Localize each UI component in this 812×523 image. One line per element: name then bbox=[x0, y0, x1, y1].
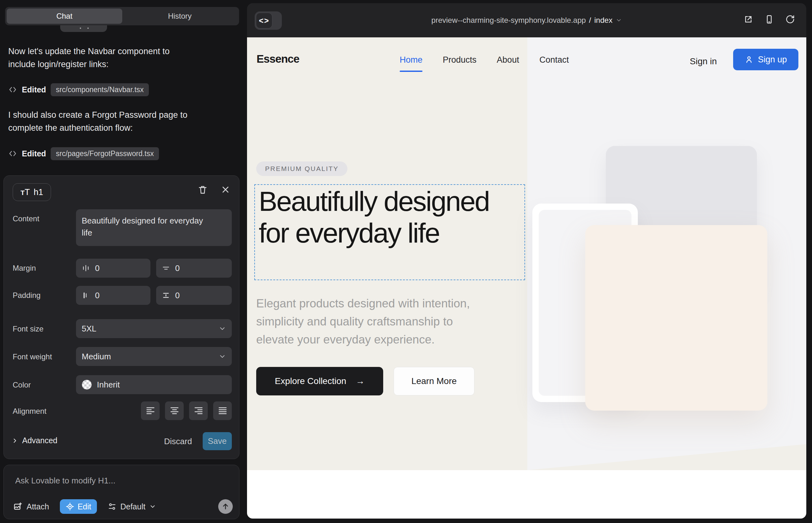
content-input[interactable]: Beautifully designed for everyday life bbox=[76, 209, 232, 246]
color-swatch-transparent bbox=[82, 380, 92, 390]
url-path: index bbox=[595, 16, 613, 25]
chevron-down-icon bbox=[149, 503, 156, 510]
padding-x-field[interactable] bbox=[76, 286, 151, 305]
margin-x-field[interactable] bbox=[76, 259, 151, 278]
close-editor-button[interactable] bbox=[220, 184, 231, 195]
align-center-button[interactable] bbox=[165, 401, 184, 420]
attach-image-icon bbox=[13, 502, 23, 511]
font-weight-select[interactable]: Medium bbox=[76, 347, 232, 366]
nav-link-home[interactable]: Home bbox=[400, 55, 422, 65]
chevron-right-icon bbox=[12, 437, 18, 444]
margin-horizontal-icon bbox=[82, 264, 90, 272]
arrow-right-icon: → bbox=[356, 376, 365, 386]
url-domain: preview--charming-site-symphony.lovable.… bbox=[431, 16, 586, 25]
premium-quality-badge: PREMIUM QUALITY bbox=[256, 161, 348, 176]
preview-browser-frame: <> preview--charming-site-symphony.lovab… bbox=[247, 3, 806, 519]
chevron-down-icon bbox=[218, 353, 226, 360]
tab-history[interactable]: History bbox=[122, 8, 238, 24]
padding-x-input[interactable] bbox=[95, 291, 145, 301]
padding-y-input[interactable] bbox=[175, 291, 226, 301]
save-button[interactable]: Save bbox=[203, 432, 232, 450]
edited-file-row: Edited src/components/Navbar.tsx bbox=[8, 83, 149, 96]
margin-label: Margin bbox=[13, 264, 36, 273]
chat-history-tabbar: Chat History bbox=[5, 7, 239, 25]
nav-link-products[interactable]: Products bbox=[443, 55, 477, 65]
composer-input[interactable] bbox=[15, 476, 224, 486]
discard-button[interactable]: Discard bbox=[164, 437, 192, 446]
align-left-button[interactable] bbox=[141, 401, 160, 420]
file-chip[interactable]: src/pages/ForgotPassword.tsx bbox=[51, 147, 159, 160]
padding-vertical-icon bbox=[162, 291, 170, 300]
site-viewport: Essence Home Products About Contact Sign… bbox=[247, 37, 806, 519]
nav-link-about[interactable]: About bbox=[497, 55, 519, 65]
chat-message: I should also create a Forgot Password p… bbox=[8, 109, 235, 134]
delete-element-button[interactable] bbox=[198, 184, 208, 195]
edited-label: Edited bbox=[22, 149, 46, 158]
padding-y-field[interactable] bbox=[156, 286, 232, 305]
advanced-toggle[interactable]: Advanced bbox=[12, 436, 57, 445]
mobile-preview-icon[interactable] bbox=[764, 15, 774, 24]
margin-vertical-icon bbox=[162, 264, 170, 272]
edit-mode-button[interactable]: Edit bbox=[60, 499, 97, 514]
element-editor-panel: TT h1 Content Beautifully designed for e… bbox=[3, 175, 240, 459]
chevron-down-icon bbox=[218, 325, 226, 332]
margin-y-input[interactable] bbox=[175, 264, 226, 273]
font-size-select[interactable]: 5XL bbox=[76, 319, 232, 338]
send-button[interactable] bbox=[218, 499, 233, 514]
code-icon bbox=[8, 85, 17, 94]
hero-heading[interactable]: Beautifully designed for everyday life bbox=[259, 185, 499, 249]
font-size-label: Font size bbox=[13, 325, 43, 333]
text-size-icon: TT bbox=[21, 187, 30, 197]
file-chip[interactable]: src/components/Navbar.tsx bbox=[51, 83, 148, 96]
lovable-side-panel: Chat History Now let's update the Navbar… bbox=[0, 0, 245, 523]
chat-message: Now let's update the Navbar component to… bbox=[8, 45, 235, 71]
font-weight-label: Font weight bbox=[13, 353, 52, 361]
nav-link-contact[interactable]: Contact bbox=[539, 55, 569, 65]
sign-up-button[interactable]: Sign up bbox=[733, 49, 798, 70]
color-label: Color bbox=[13, 381, 31, 390]
learn-more-button[interactable]: Learn More bbox=[394, 367, 474, 395]
site-logo[interactable]: Essence bbox=[257, 53, 299, 65]
hero-cta-row: Explore Collection → Learn More bbox=[256, 367, 474, 395]
url-bar[interactable]: preview--charming-site-symphony.lovable.… bbox=[247, 3, 806, 37]
align-right-button[interactable] bbox=[189, 401, 208, 420]
refresh-icon[interactable] bbox=[785, 15, 795, 24]
attach-button[interactable]: Attach bbox=[13, 502, 49, 511]
content-label: Content bbox=[13, 214, 39, 223]
padding-horizontal-icon bbox=[82, 291, 90, 300]
alignment-label: Alignment bbox=[13, 407, 47, 416]
url-separator: / bbox=[589, 16, 591, 25]
sliders-icon bbox=[108, 502, 117, 511]
selected-element-tag[interactable]: TT h1 bbox=[13, 183, 51, 201]
color-picker-field[interactable]: Inherit bbox=[76, 375, 232, 394]
edited-file-row: Edited src/pages/ForgotPassword.tsx bbox=[8, 147, 159, 160]
target-icon bbox=[66, 502, 74, 511]
margin-y-field[interactable] bbox=[156, 259, 232, 278]
decor-card-beige bbox=[585, 225, 767, 411]
explore-collection-button[interactable]: Explore Collection → bbox=[256, 367, 383, 395]
edited-label: Edited bbox=[22, 85, 46, 94]
scrolled-chip-peek bbox=[60, 25, 107, 32]
site-nav: Home Products About Contact bbox=[400, 55, 569, 65]
chevron-down-icon bbox=[616, 17, 622, 23]
sign-in-link[interactable]: Sign in bbox=[690, 56, 717, 67]
margin-x-input[interactable] bbox=[95, 264, 145, 273]
padding-label: Padding bbox=[13, 291, 40, 300]
user-icon bbox=[744, 55, 754, 64]
chat-composer: Attach Edit Default bbox=[3, 465, 240, 519]
browser-chrome-bar: <> preview--charming-site-symphony.lovab… bbox=[247, 3, 806, 37]
align-justify-button[interactable] bbox=[213, 401, 232, 420]
code-icon bbox=[8, 149, 17, 158]
tab-chat[interactable]: Chat bbox=[7, 8, 122, 24]
hero-paragraph: Elegant products designed with intention… bbox=[256, 294, 470, 348]
open-external-icon[interactable] bbox=[744, 15, 753, 24]
h1-selection-outline[interactable]: Beautifully designed for everyday life bbox=[254, 184, 525, 280]
model-default-selector[interactable]: Default bbox=[108, 502, 156, 511]
